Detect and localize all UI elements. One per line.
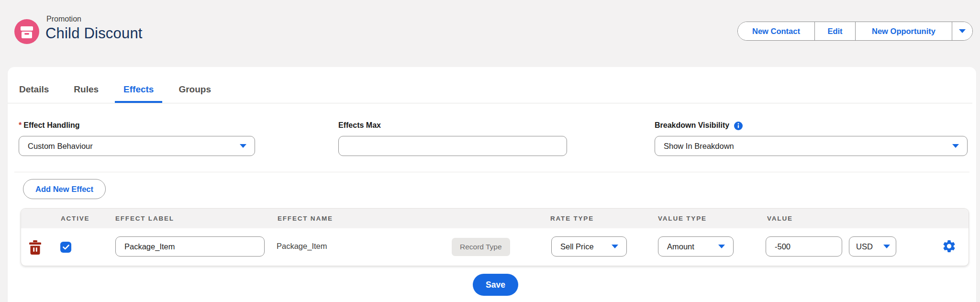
rate-type-select[interactable]: Sell Price (551, 236, 627, 257)
new-opportunity-button[interactable]: New Opportunity (855, 22, 952, 40)
page: Promotion Child Discount New Contact Edi… (0, 0, 980, 302)
record-card: Details Rules Effects Groups * Effect Ha… (8, 67, 976, 302)
effect-label-input[interactable] (115, 236, 265, 257)
column-effect-name: EFFECT NAME (278, 215, 333, 222)
record-type-badge[interactable]: Record Type (452, 238, 510, 256)
save-button[interactable]: Save (473, 274, 518, 296)
info-icon[interactable] (734, 122, 743, 130)
value-type-value: Amount (667, 242, 694, 251)
promotion-box-icon (14, 19, 39, 44)
effect-handling-select[interactable]: Custom Behaviour (19, 136, 255, 156)
new-contact-button[interactable]: New Contact (738, 22, 814, 40)
effects-max-label: Effects Max (338, 121, 567, 130)
effects-max-field: Effects Max (338, 121, 567, 156)
chevron-down-icon (718, 245, 725, 248)
column-value: VALUE (767, 215, 793, 222)
effect-handling-value: Custom Behaviour (28, 142, 93, 151)
effect-name-text: Package_Item (277, 242, 327, 251)
effects-max-input[interactable] (338, 136, 567, 156)
breakdown-visibility-value: Show In Breakdown (664, 142, 734, 151)
breakdown-visibility-select[interactable]: Show In Breakdown (655, 136, 968, 156)
column-active: ACTIVE (61, 215, 89, 222)
table-row: Package_Item Record Type Sell Price Amou… (21, 228, 969, 266)
column-value-type: VALUE TYPE (658, 215, 707, 222)
section-divider (14, 172, 969, 172)
value-type-select[interactable]: Amount (658, 236, 734, 257)
chevron-down-icon (952, 144, 959, 148)
edit-button[interactable]: Edit (814, 22, 855, 40)
required-asterisk: * (19, 121, 22, 130)
breakdown-visibility-label: Breakdown Visibility (655, 121, 968, 130)
settings-gear-icon[interactable] (942, 239, 957, 256)
tab-details[interactable]: Details (11, 84, 57, 103)
tab-bar: Details Rules Effects Groups (8, 67, 972, 103)
checkmark-icon (63, 245, 69, 250)
delete-trash-icon[interactable] (28, 240, 42, 257)
effect-handling-label: * Effect Handling (19, 121, 255, 130)
tab-groups[interactable]: Groups (170, 84, 220, 103)
currency-select[interactable]: USD (849, 236, 896, 257)
entity-label: Promotion (46, 15, 81, 23)
value-input[interactable] (766, 236, 842, 257)
effects-table-header: ACTIVE EFFECT LABEL EFFECT NAME RATE TYP… (21, 209, 969, 228)
column-effect-label: EFFECT LABEL (115, 215, 174, 222)
chevron-down-icon (612, 245, 618, 248)
effect-handling-field: * Effect Handling Custom Behaviour (19, 121, 255, 156)
breakdown-visibility-field: Breakdown Visibility Show In Breakdown (655, 121, 968, 156)
effects-table: ACTIVE EFFECT LABEL EFFECT NAME RATE TYP… (21, 208, 969, 266)
rate-type-value: Sell Price (560, 242, 594, 251)
active-checkbox[interactable] (60, 242, 71, 253)
more-actions-button[interactable] (952, 22, 972, 40)
column-rate-type: RATE TYPE (550, 215, 594, 222)
tab-rules[interactable]: Rules (65, 84, 107, 103)
add-new-effect-button[interactable]: Add New Effect (23, 179, 106, 199)
currency-value: USD (856, 242, 873, 251)
tab-effects[interactable]: Effects (115, 84, 162, 103)
chevron-down-icon (240, 144, 246, 148)
chevron-down-icon (883, 245, 890, 248)
page-title: Child Discount (45, 25, 143, 42)
record-action-group: New Contact Edit New Opportunity (737, 22, 973, 41)
chevron-down-icon (959, 29, 966, 33)
